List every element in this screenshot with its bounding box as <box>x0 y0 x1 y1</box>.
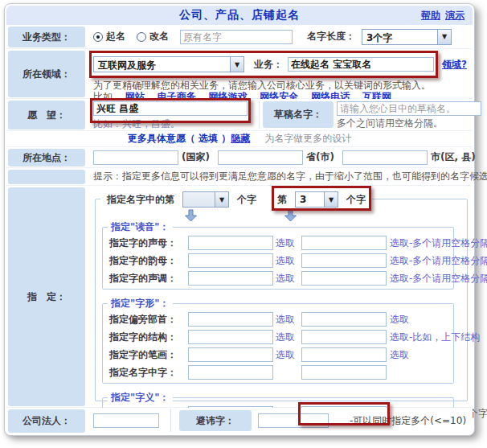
tone-pick-link[interactable]: 选取 <box>276 272 301 286</box>
business-type-row: 业务类型： 起名 改名 名字长度： 3个字 ▼ <box>6 25 473 49</box>
initial-consonant-input-2[interactable] <box>301 236 387 250</box>
domain-field-select[interactable]: 互联网及服务 ▼ <box>93 56 244 72</box>
position-prefix: 指定名字中的第 <box>107 193 174 207</box>
specify-fieldset: 指定名字中的第 ▼ 个字 第 3 ▼ <box>95 199 468 401</box>
business-keyword-label: 业务： <box>254 58 283 72</box>
stroke-label: 指定字的笔画： <box>109 348 188 362</box>
chevron-down-icon[interactable]: ▼ <box>230 57 244 72</box>
stroke-pick-link[interactable]: 选取 <box>276 348 301 362</box>
vowel-input-1[interactable] <box>188 253 273 268</box>
structure-pick-link[interactable]: 选取 <box>276 331 301 344</box>
legal-person-label: 公司法人： <box>8 409 85 433</box>
draft-name-input[interactable] <box>337 101 481 116</box>
help-link[interactable]: 帮助 <box>421 9 440 23</box>
country-input[interactable] <box>93 150 178 165</box>
titlebar-links: 帮助 演示 <box>421 9 464 23</box>
city-input[interactable] <box>342 150 428 165</box>
specify-label: 指 定： <box>8 187 85 406</box>
vowel-input-2[interactable] <box>301 253 387 268</box>
radio-button-icon[interactable] <box>137 32 146 42</box>
annotation-box-position: 第 3 ▼ 个字 <box>277 191 366 208</box>
structure-label: 指定字的结构： <box>109 331 188 344</box>
stroke-input-1[interactable] <box>188 347 273 362</box>
structure-input-1[interactable] <box>188 330 273 344</box>
domain-label: 所在领域： <box>8 51 85 97</box>
wish-input[interactable] <box>93 101 248 116</box>
specify-row: 指 定： 指定名字中的第 ▼ 个字 第 <box>6 186 473 408</box>
domain-field-value: 互联网及服务 <box>94 57 230 72</box>
chevron-down-icon[interactable]: ▼ <box>324 192 338 207</box>
first-position-select[interactable]: ▼ <box>182 191 229 208</box>
radio-button-icon[interactable] <box>93 32 103 42</box>
wish-example: 比如：兴旺，昌盛。 <box>93 117 259 131</box>
structure-pick2[interactable]: 选取-比如，上下结构 <box>390 331 480 344</box>
initial-consonant-row: 指定字的声母： 选取 选取-多个请用空格分隔 <box>109 234 448 252</box>
title-bar: 公司、产品、店铺起名 帮助 演示 <box>6 6 473 25</box>
initial-consonant-pick2[interactable]: 选取-多个请用空格分隔 <box>390 236 487 250</box>
name-length-select[interactable]: 3个字 ▼ <box>362 29 452 45</box>
middle-character-input-2[interactable] <box>301 365 387 380</box>
domain-hint-text: 为了更精确理解您的相关业务，请您输入公司核心业务，以关键词的形式输入。 <box>93 80 469 91</box>
province-input[interactable] <box>218 150 303 165</box>
structure-row: 指定字的结构： 选取 选取-比如，上下结构 <box>109 328 448 346</box>
tone-input-2[interactable] <box>301 271 387 286</box>
demo-link[interactable]: 演示 <box>445 9 464 23</box>
down-arrow-icon <box>184 209 198 222</box>
vowel-pick-link[interactable]: 选取 <box>276 254 301 268</box>
vowel-label: 指定字的韵母： <box>109 254 188 268</box>
radical-input-1[interactable] <box>188 312 273 327</box>
middle-character-label: 指定名字中字： <box>109 366 188 380</box>
radio-create-name[interactable]: 起名 <box>93 30 125 43</box>
tip-text: 提示：指定更多信息可以得到更满足您意愿的名字，由于缩小了范围，也可能得到的名字候… <box>87 168 487 185</box>
chevron-down-icon[interactable]: ▼ <box>437 30 451 44</box>
column-arrows <box>100 211 462 220</box>
more-options-note: 为名字做更多的设计 <box>264 132 351 146</box>
shape-legend: 指定"字形"： <box>108 297 173 310</box>
tone-pick2[interactable]: 选取-多个请用空格分隔 <box>390 272 487 286</box>
second-position-value: 3 <box>296 192 324 207</box>
structure-input-2[interactable] <box>301 330 387 344</box>
legal-person-input[interactable] <box>93 413 159 428</box>
meaning-legend: 指定"字义"： <box>108 391 173 405</box>
divider <box>170 409 171 432</box>
page-title: 公司、产品、店铺起名 <box>6 8 473 23</box>
radical-input-2[interactable] <box>301 312 387 327</box>
position-selector-row: 指定名字中的第 ▼ 个字 第 3 ▼ <box>100 191 372 208</box>
tip-label-cell <box>8 170 85 184</box>
vowel-row: 指定字的韵母： 选取 选取-多个请用空格分隔 <box>109 252 448 269</box>
second-prefix: 第 <box>277 193 287 207</box>
stroke-pick2[interactable]: 选取 <box>390 348 409 362</box>
stroke-input-2[interactable] <box>301 347 387 362</box>
middle-character-input-1[interactable] <box>188 365 273 380</box>
taboo-input[interactable] <box>258 413 329 428</box>
original-name-input[interactable] <box>180 30 293 44</box>
name-length-value: 3个字 <box>362 30 437 44</box>
taboo-label: 避讳字： <box>179 410 252 431</box>
tone-label: 指定字的声调： <box>109 272 188 286</box>
second-position-select[interactable]: 3 ▼ <box>295 191 338 208</box>
more-options-row: 更多具体意愿（ 选填 ） 隐藏 为名字做更多的设计 <box>6 131 473 147</box>
initial-consonant-input-1[interactable] <box>188 236 273 250</box>
initial-consonant-pick-link[interactable]: 选取 <box>276 236 301 250</box>
radio-rename[interactable]: 改名 <box>137 30 169 43</box>
radical-pick-link[interactable]: 选取 <box>276 313 301 327</box>
business-keyword-input[interactable] <box>288 57 434 72</box>
domain-help-link[interactable]: 领域? <box>442 58 467 72</box>
vowel-pick2[interactable]: 选取-多个请用空格分隔 <box>390 254 487 268</box>
position-unit: 个字 <box>237 193 256 207</box>
pronunciation-legend: 指定"读音"： <box>108 220 173 234</box>
taboo-hint: -可以同时指定多个(<=10) <box>350 414 466 428</box>
page-background: { "colors": { "annotation_red": "#a01515… <box>0 0 487 448</box>
stroke-row: 指定字的笔画： 选取 选取 <box>109 346 448 364</box>
footer-row: 公司法人： 避讳字： -可以同时指定多个(<=10) <box>6 408 473 434</box>
tone-input-1[interactable] <box>188 271 273 286</box>
domain-row: 所在领域： 互联网及服务 ▼ 业务： 领域? 为了更精确理解您的相关业务，请您输… <box>6 49 473 99</box>
business-type-label: 业务类型： <box>8 27 85 47</box>
draft-name-label: 草稿名字： <box>263 101 334 128</box>
annotation-box-wish <box>93 101 248 116</box>
wish-label: 愿 望： <box>8 101 85 129</box>
chevron-down-icon[interactable]: ▼ <box>215 192 228 207</box>
radical-pick2[interactable]: 选取 <box>390 313 409 327</box>
pronunciation-fieldset: 指定"读音"： 指定字的声母： 选取 选取-多个请用空格分隔 指定字的韵母： 选… <box>102 227 454 290</box>
hide-link[interactable]: 隐藏 <box>231 132 250 146</box>
